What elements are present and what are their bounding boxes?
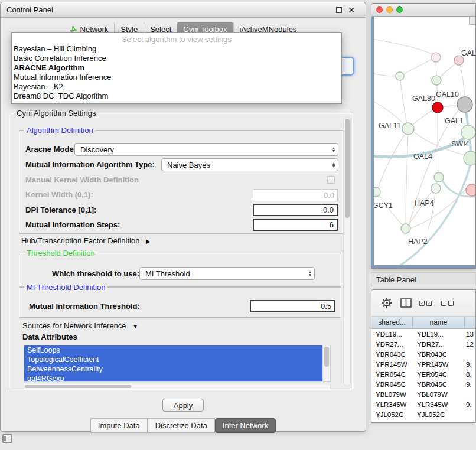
table-row[interactable]: YLR345WYLR345W9.	[371, 399, 475, 409]
network-edge[interactable]	[399, 165, 470, 265]
network-node[interactable]	[431, 184, 441, 193]
network-edge[interactable]	[400, 76, 407, 123]
close-traffic-light[interactable]	[376, 6, 383, 13]
threshold-definition-group: Threshold Definition Which threshold to …	[19, 253, 341, 287]
network-node[interactable]	[401, 224, 410, 233]
network-canvas[interactable]: GALGAL80GAL10GAL11GAL1SWI4GAL4GCY1HAP4HA…	[374, 17, 475, 265]
minimize-traffic-light[interactable]	[386, 6, 393, 13]
network-node[interactable]	[402, 123, 414, 135]
dpi-tolerance-input[interactable]	[253, 204, 338, 216]
attribute-item-topologicalcoefficient[interactable]: TopologicalCoefficient	[24, 355, 322, 364]
apply-button[interactable]: Apply	[162, 399, 204, 412]
network-node[interactable]	[457, 97, 472, 112]
scrollbar-thumb[interactable]	[25, 385, 131, 388]
cell-shared-name: YPR145W	[371, 361, 413, 368]
network-node-label: SWI4	[451, 140, 470, 148]
table-row[interactable]: YDR27...YDR27...12	[371, 339, 475, 349]
control-panel-window: Control Panel ✕ Network Style Select Cyn…	[0, 2, 366, 432]
network-node[interactable]	[434, 172, 444, 182]
network-node[interactable]	[396, 72, 404, 80]
attribute-item-betweennesscentrality[interactable]: BetweennessCentrality	[24, 364, 322, 374]
network-node[interactable]	[432, 102, 443, 113]
checked-box-icon: ✓	[426, 301, 432, 306]
network-edge[interactable]	[374, 73, 396, 76]
deselect-all-columns-icon[interactable]	[441, 301, 455, 306]
sources-section-toggle[interactable]: Sources for Network Inference ▼	[22, 321, 138, 330]
network-edge[interactable]	[412, 110, 433, 125]
table-row[interactable]: YBL079WYBL079W	[371, 389, 475, 399]
table-row[interactable]: YBR043CYBR043C	[371, 349, 475, 359]
column-header-extra[interactable]	[465, 317, 475, 328]
cell-shared-name: YER054C	[371, 371, 413, 378]
table-row[interactable]: YER054CYER054C8.	[371, 369, 475, 379]
dropdown-item-aracne[interactable]: ARACNE Algorithm	[12, 63, 341, 73]
zoom-traffic-light[interactable]	[396, 6, 403, 13]
which-threshold-label: Which threshold to use:	[52, 269, 139, 278]
dropdown-item-bayesian-k2[interactable]: Bayesian – K2	[12, 82, 341, 92]
network-node[interactable]	[466, 184, 475, 196]
table-row[interactable]: YDL19...YDL19...13	[371, 329, 475, 339]
network-edge[interactable]	[374, 39, 433, 54]
network-node[interactable]	[461, 125, 475, 139]
cell-name: YJL052C	[413, 411, 465, 418]
network-edge[interactable]	[378, 133, 405, 188]
network-edge[interactable]	[438, 113, 438, 172]
network-edge[interactable]	[379, 195, 402, 225]
control-panel-titlebar[interactable]: Control Panel ✕	[1, 2, 366, 18]
aracne-mode-select[interactable]: Discovery ▴▾	[74, 143, 338, 156]
cyni-bottom-tabs: Impute Data Discretize Data Infer Networ…	[1, 418, 366, 433]
scrollbar-thumb[interactable]	[345, 119, 350, 218]
table-row[interactable]: YPR145WYPR145W9.	[371, 359, 475, 369]
attribute-item-gal4rgexp[interactable]: gal4RGexp	[24, 374, 322, 382]
threshold-type-select[interactable]: MI Threshold ▴▾	[139, 267, 315, 280]
settings-vertical-scrollbar[interactable]	[343, 117, 351, 386]
tab-discretize-data[interactable]: Discretize Data	[148, 418, 215, 433]
network-canvas-area[interactable]: GALGAL80GAL10GAL11GAL1SWI4GAL4GCY1HAP4HA…	[374, 17, 475, 265]
table-panel-header: Table Panel	[371, 272, 476, 286]
scrollbar-thumb[interactable]	[324, 347, 329, 367]
dropdown-item-bayesian-hill-climbing[interactable]: Bayesian – Hill Climbing	[12, 44, 341, 54]
float-window-icon[interactable]	[336, 7, 342, 13]
dropdown-item-basic-correlation[interactable]: Basic Correlation Inference	[12, 54, 341, 63]
mi-steps-label: Mutual Information Steps:	[25, 220, 120, 229]
column-header-name[interactable]: name	[413, 317, 465, 328]
selected-attributes: SelfLoops TopologicalCoefficient Between…	[24, 345, 322, 381]
manual-kernel-label: Manual Kernel Width Definition	[25, 175, 139, 184]
cell-value: 13	[465, 331, 475, 338]
column-header-shared-name[interactable]: shared...	[371, 317, 413, 328]
network-edge[interactable]	[403, 57, 436, 74]
cell-value: 9.	[465, 381, 475, 388]
network-node[interactable]	[431, 53, 441, 62]
network-node[interactable]	[464, 151, 475, 165]
algorithm-dropdown-list: Select algorithm to view settings Bayesi…	[11, 32, 342, 104]
tab-infer-network[interactable]: Infer Network	[215, 418, 276, 433]
selected-value: Discovery	[80, 145, 114, 154]
network-edge[interactable]	[442, 105, 458, 107]
network-node[interactable]	[432, 76, 441, 85]
network-node[interactable]	[374, 187, 380, 197]
network-tab-icon	[70, 25, 77, 32]
show-panel-icon[interactable]	[2, 434, 12, 443]
attributes-vertical-scrollbar[interactable]	[322, 345, 330, 381]
dropdown-item-dream8[interactable]: Dream8 DC_TDC Algorithm	[12, 92, 341, 101]
hub-section-toggle[interactable]: Hub/Transcription Factor Definition ▶	[21, 236, 151, 245]
network-edge[interactable]	[406, 134, 408, 224]
mi-algorithm-type-select[interactable]: Naive Bayes ▴▾	[161, 158, 338, 171]
network-edge[interactable]	[459, 60, 465, 98]
attribute-item-selfloops[interactable]: SelfLoops	[24, 345, 322, 355]
attributes-horizontal-scrollbar[interactable]	[24, 384, 331, 389]
dropdown-item-mutual-information[interactable]: Mutual Information Inference	[12, 73, 341, 82]
table-row[interactable]: YJL052CYJL052C	[371, 409, 475, 419]
mi-threshold-input[interactable]	[250, 300, 335, 312]
network-window-titlebar[interactable]	[371, 4, 475, 17]
mi-steps-input[interactable]	[253, 219, 338, 231]
tab-impute-data[interactable]: Impute Data	[90, 418, 148, 433]
close-window-icon[interactable]: ✕	[348, 7, 355, 13]
gear-icon[interactable]	[381, 297, 393, 309]
select-all-columns-icon[interactable]: ✓✓	[419, 301, 433, 306]
column-icon[interactable]	[400, 298, 412, 308]
network-edge[interactable]	[374, 100, 404, 125]
table-toolbar: ✓✓	[371, 290, 475, 317]
table-row[interactable]: YBR045CYBR045C9.	[371, 379, 475, 389]
aracne-mode-label: Aracne Mode:	[25, 145, 76, 154]
